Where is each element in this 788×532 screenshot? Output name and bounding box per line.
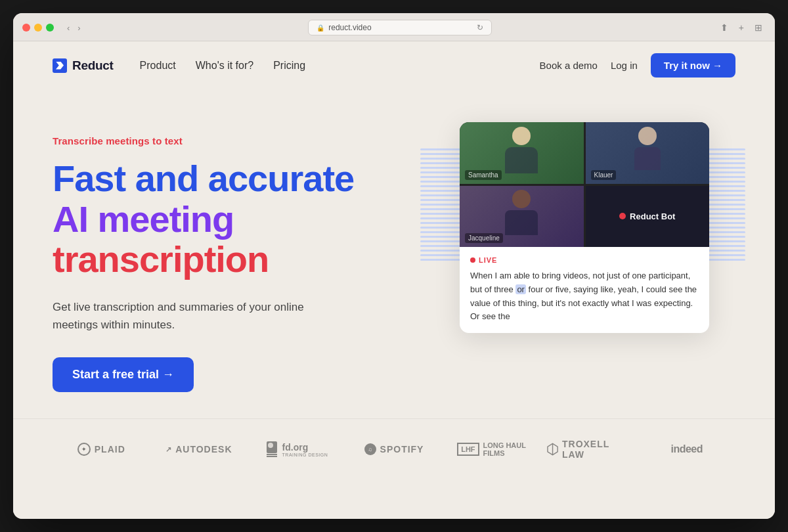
browser-window: ‹ › 🔒 reduct.video ↻ ⬆ + ⊞ Reduct [13, 13, 775, 519]
hero-section: Transcribe meetings to text Fast and acc… [13, 89, 775, 418]
login-button[interactable]: Log in [611, 60, 638, 71]
lhf-films: FILMS [483, 449, 526, 457]
logo-autodesk: ↗ AUTODESK [150, 437, 248, 461]
person-silhouette-3 [502, 190, 541, 242]
person-head-2 [638, 127, 657, 145]
hero-title-line3: transcription [53, 238, 269, 280]
logo-text: Reduct [72, 58, 114, 73]
hero-title-line1: Fast and accurate [53, 158, 354, 199]
bot-text: Reduct Bot [630, 211, 675, 221]
logo-plaid: ✦ PLAID [53, 436, 150, 462]
nav-link-product[interactable]: Product [140, 60, 176, 72]
lhf-icon: LHF [457, 443, 479, 456]
logo-spotify: ♫ Spotify [345, 437, 443, 462]
plaid-text: PLAID [95, 444, 125, 454]
video-cell-4-bot: Reduct Bot [586, 186, 710, 248]
logo-lhf: LHF LONG HAUL FILMS [443, 435, 540, 464]
url-text: reduct.video [328, 23, 371, 32]
person-silhouette-2 [628, 127, 667, 179]
autodesk-text: AUTODESK [175, 444, 232, 454]
person-body-3 [505, 210, 538, 235]
logo-troxell: TROXELL LAW [540, 432, 638, 466]
navigation: Reduct Product Who's it for? Pricing Boo… [13, 41, 775, 89]
live-badge: LIVE [470, 256, 699, 264]
hero-title: Fast and accurate AI meeting transcripti… [53, 158, 420, 280]
avatar-3 [460, 186, 584, 248]
troxell-icon [547, 443, 558, 456]
fdorg-logo: fd.org TRAINING DESIGN [265, 441, 328, 457]
fdorg-icon [265, 441, 278, 457]
logo-icon [53, 58, 67, 73]
transcript-area: LIVE When I am able to bring videos, not… [460, 247, 709, 333]
nav-link-whos-it-for[interactable]: Who's it for? [196, 60, 253, 72]
plaid-logo: ✦ PLAID [77, 443, 125, 456]
fdorg-name: fd.org [282, 442, 328, 453]
logos-row: ✦ PLAID ↗ AUTODESK [53, 432, 735, 466]
bot-label: Reduct Bot [619, 211, 675, 221]
traffic-light-close[interactable] [22, 24, 30, 32]
person-body-2 [634, 147, 661, 170]
lock-icon: 🔒 [317, 24, 324, 32]
sidebar-toggle-button[interactable]: ⊞ [751, 21, 766, 34]
nav-link-pricing[interactable]: Pricing [273, 60, 305, 72]
person-body-1 [505, 147, 538, 173]
forward-button[interactable]: › [75, 22, 83, 34]
refresh-icon[interactable]: ↻ [477, 23, 483, 32]
back-button[interactable]: ‹ [64, 22, 72, 34]
person-head-1 [512, 127, 531, 145]
new-tab-button[interactable]: + [735, 21, 747, 34]
avatar-2 [586, 122, 710, 184]
troxell-logo: TROXELL LAW [547, 439, 632, 460]
bot-dot [619, 213, 626, 219]
try-now-button[interactable]: Try it now → [651, 53, 735, 78]
avatar-1 [460, 122, 584, 184]
autodesk-arrow: ↗ [165, 445, 171, 454]
live-text: LIVE [479, 256, 497, 264]
hero-title-line2: AI meeting [53, 198, 234, 240]
browser-chrome: ‹ › 🔒 reduct.video ↻ ⬆ + ⊞ [13, 13, 775, 41]
traffic-light-minimize[interactable] [34, 24, 42, 32]
hero-subtitle: Transcribe meetings to text [53, 135, 420, 146]
nav-links: Product Who's it for? Pricing [140, 60, 540, 72]
hero-right: Samantha Klauer [460, 122, 709, 333]
autodesk-logo: ↗ AUTODESK [165, 444, 232, 454]
book-demo-button[interactable]: Book a demo [540, 60, 598, 71]
hero-description: Get live transcription and summaries of … [53, 298, 328, 334]
video-cell-3: Jacqueline [460, 186, 584, 248]
preview-card: Samantha Klauer [460, 122, 709, 333]
indeed-text: indeed [670, 443, 703, 455]
lhf-text-group: LONG HAUL FILMS [483, 441, 526, 457]
logo-fdorg: fd.org TRAINING DESIGN [248, 435, 345, 464]
browser-controls: ‹ › [64, 22, 83, 34]
logo-indeed: indeed [638, 437, 735, 462]
plaid-icon: ✦ [77, 443, 91, 456]
browser-actions: ⬆ + ⊞ [717, 21, 766, 34]
address-bar-container: 🔒 reduct.video ↻ [90, 20, 711, 35]
share-button[interactable]: ⬆ [717, 21, 732, 34]
spotify-text: Spotify [380, 444, 424, 454]
nav-right: Book a demo Log in Try it now → [540, 53, 735, 78]
highlight-word: or [515, 284, 526, 294]
spotify-icon: ♫ [364, 443, 376, 455]
logos-section: ✦ PLAID ↗ AUTODESK [13, 418, 775, 486]
video-cell-2: Klauer [586, 122, 710, 184]
video-grid: Samantha Klauer [460, 122, 709, 247]
fdorg-sub: TRAINING DESIGN [282, 453, 328, 457]
hero-left: Transcribe meetings to text Fast and acc… [53, 122, 420, 392]
page-content: Reduct Product Who's it for? Pricing Boo… [13, 41, 775, 519]
lhf-logo: LHF LONG HAUL FILMS [457, 441, 526, 457]
spotify-logo: ♫ Spotify [364, 443, 424, 455]
person-silhouette-1 [502, 127, 541, 179]
logo[interactable]: Reduct [53, 58, 114, 73]
live-dot [470, 257, 475, 263]
address-bar[interactable]: 🔒 reduct.video ↻ [308, 20, 492, 35]
troxell-text: TROXELL LAW [562, 439, 631, 460]
fdorg-text-group: fd.org TRAINING DESIGN [282, 442, 328, 457]
video-cell-1: Samantha [460, 122, 584, 184]
traffic-light-fullscreen[interactable] [46, 24, 54, 32]
logo-icon-inner [56, 62, 64, 70]
svg-rect-1 [268, 443, 273, 448]
lhf-name: LONG HAUL [483, 441, 526, 449]
transcript-text: When I am able to bring videos, not just… [470, 269, 699, 324]
cta-button[interactable]: Start a free trial → [53, 357, 194, 392]
